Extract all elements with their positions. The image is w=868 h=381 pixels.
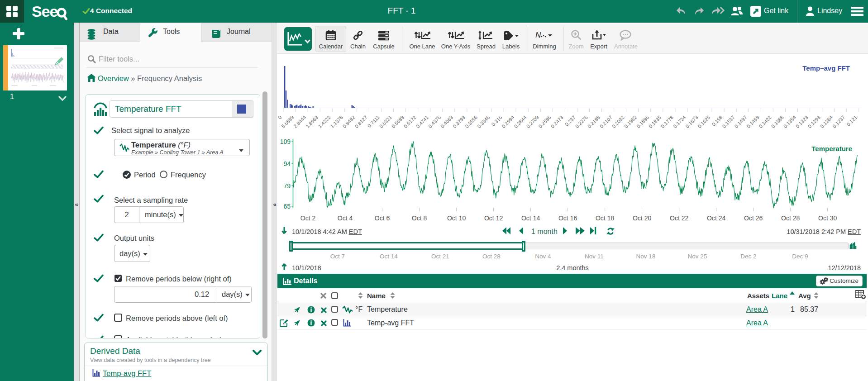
svg-text:94: 94 [283, 160, 291, 167]
svg-text:0.5689: 0.5689 [391, 114, 405, 129]
svg-text:Oct 4: Oct 4 [338, 214, 353, 222]
svg-text:0.1673: 0.1673 [684, 114, 699, 129]
svg-text:Oct 20: Oct 20 [633, 214, 651, 222]
svg-text:0.2709: 0.2709 [525, 114, 539, 129]
svg-text:0.3346: 0.3346 [476, 114, 491, 129]
svg-text:0.2188: 0.2188 [587, 114, 601, 129]
svg-text:5.6889: 5.6889 [280, 114, 295, 129]
svg-text:Oct 2: Oct 2 [300, 214, 316, 222]
svg-text:0.2844: 0.2844 [513, 114, 527, 129]
svg-text:Oct 14: Oct 14 [521, 214, 540, 222]
svg-text:0.2276: 0.2276 [574, 114, 589, 129]
svg-text:0.1388: 0.1388 [770, 114, 785, 129]
svg-text:0.1537: 0.1537 [721, 114, 735, 129]
svg-text:0.1497: 0.1497 [733, 114, 748, 129]
svg-text:0.6321: 0.6321 [378, 114, 393, 129]
svg-text:0.7111: 0.7111 [367, 114, 381, 129]
svg-text:0.1323: 0.1323 [795, 114, 809, 129]
svg-text:0.1293: 0.1293 [807, 114, 821, 129]
svg-text:Oct 26: Oct 26 [744, 214, 763, 222]
svg-text:0.1724: 0.1724 [672, 114, 687, 129]
svg-text:0.2032: 0.2032 [611, 114, 625, 129]
svg-text:0.8127: 0.8127 [354, 114, 368, 129]
svg-text:109: 109 [280, 138, 291, 145]
svg-text:0.121: 0.121 [845, 114, 858, 127]
svg-text:0: 0 [277, 114, 282, 120]
svg-text:0.9482: 0.9482 [341, 114, 356, 129]
svg-text:Oct 24: Oct 24 [707, 214, 725, 222]
svg-text:Oct 12: Oct 12 [484, 214, 503, 222]
svg-text:Oct 6: Oct 6 [375, 214, 390, 222]
svg-text:1.8963: 1.8963 [305, 114, 319, 129]
svg-text:0.2994: 0.2994 [501, 114, 515, 129]
svg-text:0.1237: 0.1237 [831, 114, 846, 129]
svg-text:0.1264: 0.1264 [819, 114, 834, 129]
svg-text:Oct 18: Oct 18 [596, 214, 614, 222]
svg-text:Oct 8: Oct 8 [412, 214, 427, 222]
svg-text:0.2586: 0.2586 [537, 114, 552, 129]
svg-text:0.4741: 0.4741 [415, 114, 429, 129]
svg-text:65: 65 [283, 203, 291, 210]
svg-text:1.4222: 1.4222 [317, 114, 331, 129]
svg-text:79: 79 [283, 182, 291, 190]
svg-text:0.1778: 0.1778 [660, 114, 674, 129]
svg-text:0.3793: 0.3793 [452, 114, 466, 129]
svg-text:0.1625: 0.1625 [696, 114, 711, 129]
svg-text:1.1378: 1.1378 [329, 114, 343, 129]
svg-text:0.4376: 0.4376 [427, 114, 442, 129]
svg-text:0.1962: 0.1962 [623, 114, 638, 129]
svg-text:Oct 22: Oct 22 [670, 214, 688, 222]
svg-text:0.1896: 0.1896 [635, 114, 650, 129]
svg-text:Oct 30: Oct 30 [818, 214, 837, 222]
svg-text:0.5172: 0.5172 [403, 114, 417, 129]
svg-text:0.2473: 0.2473 [550, 114, 564, 129]
svg-text:Oct 16: Oct 16 [558, 214, 577, 222]
svg-text:0.2107: 0.2107 [599, 114, 613, 129]
svg-text:Oct 10: Oct 10 [447, 214, 466, 222]
svg-text:0.4063: 0.4063 [439, 114, 454, 129]
svg-text:Temperature: Temperature [811, 145, 852, 152]
svg-text:0.1354: 0.1354 [782, 114, 797, 129]
svg-text:0.3556: 0.3556 [464, 114, 478, 129]
svg-text:Oct 28: Oct 28 [781, 214, 800, 222]
svg-text:0.1459: 0.1459 [745, 114, 760, 129]
svg-text:1 month: 1 month [531, 228, 558, 235]
svg-text:Temp–avg FFT: Temp–avg FFT [802, 64, 850, 72]
svg-text:N: N [535, 31, 541, 39]
svg-text:2.8444: 2.8444 [292, 114, 307, 129]
svg-text:0.1422: 0.1422 [758, 114, 773, 129]
svg-text:0.1835: 0.1835 [648, 114, 662, 129]
